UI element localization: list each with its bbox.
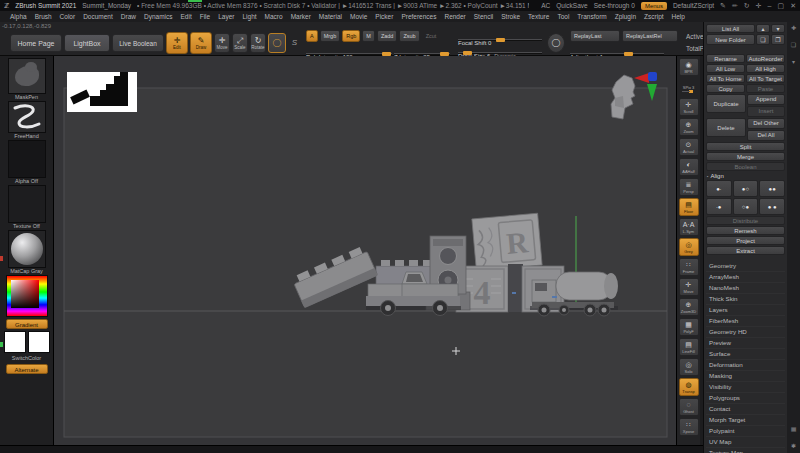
right-shelf-button[interactable]: ∷ Frame xyxy=(679,258,699,276)
tool-section-item[interactable]: UV Map xyxy=(706,437,785,448)
menu-item[interactable]: Zplugin xyxy=(615,13,636,20)
insert-button[interactable]: Insert xyxy=(747,106,785,117)
live-boolean-button[interactable]: Live Boolean xyxy=(112,34,164,52)
menu-item[interactable]: Movie xyxy=(350,13,367,20)
tool-section-item[interactable]: Polygroups xyxy=(706,393,785,404)
mrgb-button[interactable]: Mrgb xyxy=(320,30,341,42)
right-shelf-button[interactable]: ⊕ Zoom xyxy=(679,118,699,136)
minimize-icon[interactable]: ‒ xyxy=(768,2,772,9)
zcut-button[interactable]: Zcut xyxy=(422,30,441,42)
subtool-down-button[interactable]: ▾ xyxy=(771,24,785,33)
tool-section-item[interactable]: ArrayMesh xyxy=(706,272,785,283)
right-shelf-button[interactable]: SPix 3 xyxy=(679,78,699,96)
append-button[interactable]: Append xyxy=(747,94,785,105)
right-shelf-button[interactable]: ⊕ Zoom3D xyxy=(679,298,699,316)
del-all-button[interactable]: Del All xyxy=(747,130,785,141)
tool-section-item[interactable]: Masking xyxy=(706,371,785,382)
viewport-canvas[interactable]: R 4 2 xyxy=(54,56,676,445)
edit-button[interactable]: ✛ Edit xyxy=(166,32,188,54)
palette-icon[interactable]: ❏ xyxy=(791,41,796,48)
tool-section-item[interactable]: Geometry xyxy=(706,261,785,272)
folder-arrow-icon[interactable]: ❐ xyxy=(771,34,785,45)
all-to-home-button[interactable]: All To Home xyxy=(706,74,745,83)
menu-item[interactable]: Document xyxy=(83,13,113,20)
slider-handle[interactable] xyxy=(463,51,472,55)
right-shelf-button[interactable]: ✛ Scroll xyxy=(679,98,699,116)
del-other-button[interactable]: Del Other xyxy=(747,118,785,129)
right-shelf-button[interactable]: ◍ Transp xyxy=(679,378,699,396)
right-shelf-button[interactable]: ∷ Xpose xyxy=(679,418,699,436)
align-button[interactable]: ●● xyxy=(759,180,785,197)
tool-section-item[interactable]: Geometry HD xyxy=(706,327,785,338)
right-shelf-button[interactable]: ▤ LineFill xyxy=(679,338,699,356)
quicksave-button[interactable]: QuickSave xyxy=(556,2,587,9)
maximize-icon[interactable]: ▢ xyxy=(778,2,785,10)
right-shelf-button[interactable]: ◐ AAHalf xyxy=(679,158,699,176)
all-high-button[interactable]: All High xyxy=(746,64,785,73)
new-folder-button[interactable]: New Folder xyxy=(706,34,755,45)
list-all-button[interactable]: List All xyxy=(706,24,755,33)
tool-section-item[interactable]: Layers xyxy=(706,305,785,316)
menu-item[interactable]: Color xyxy=(60,13,76,20)
extract-button[interactable]: Extract xyxy=(706,246,785,255)
pan-view-icon[interactable]: ✛ xyxy=(756,2,762,10)
see-through-slider[interactable]: See-through 0 xyxy=(594,2,635,9)
right-shelf-button[interactable]: ✛ Move xyxy=(679,278,699,296)
tool-section-item[interactable]: NanoMesh xyxy=(706,283,785,294)
palette-icon[interactable]: ✱ xyxy=(791,442,796,449)
slider-handle[interactable] xyxy=(496,38,505,42)
menu-item[interactable]: File xyxy=(200,13,210,20)
align-button[interactable]: ○● xyxy=(733,198,759,215)
menu-item[interactable]: Texture xyxy=(528,13,549,20)
align-button[interactable]: ●○ xyxy=(733,180,759,197)
tool-section-item[interactable]: Visibility xyxy=(706,382,785,393)
draw-size-preview-button[interactable]: ◯ xyxy=(547,33,565,53)
secondary-color-swatch[interactable] xyxy=(28,331,50,353)
right-shelf-button[interactable]: ◉ BPR xyxy=(679,58,699,76)
menu-item[interactable]: Material xyxy=(319,13,342,20)
right-shelf-button[interactable]: ◎ Solo xyxy=(679,358,699,376)
menu-item[interactable]: Zscript xyxy=(644,13,664,20)
menu-item[interactable]: Alpha xyxy=(10,13,27,20)
zsub-button[interactable]: Zsub xyxy=(399,30,419,42)
autoreorder-button[interactable]: AutoReorder xyxy=(746,54,785,63)
m-button[interactable]: M xyxy=(362,30,375,42)
main-color-swatch[interactable] xyxy=(4,331,26,353)
close-icon[interactable]: ✕ xyxy=(790,2,796,10)
texture-thumbnail[interactable] xyxy=(8,185,46,223)
rgb-button[interactable]: Rgb xyxy=(342,30,360,42)
rename-button[interactable]: Rename xyxy=(706,54,745,63)
duplicate-button[interactable]: Duplicate xyxy=(706,94,746,113)
right-shelf-button[interactable]: ≣ Persp xyxy=(679,178,699,196)
replay-last-rel-button[interactable]: ReplayLastRel xyxy=(622,30,678,42)
menu-item[interactable]: Preferences xyxy=(401,13,436,20)
home-page-button[interactable]: Home Page xyxy=(10,34,62,52)
material-thumbnail[interactable] xyxy=(8,230,46,268)
menu-item[interactable]: Dynamics xyxy=(144,13,173,20)
add-palette-icon[interactable]: ✚ xyxy=(791,24,796,31)
right-shelf-button[interactable]: ◌ Ghost xyxy=(679,398,699,416)
align-section-header[interactable]: Align xyxy=(707,173,785,179)
split-button[interactable]: Split xyxy=(706,142,785,151)
rgb-intensity-slider[interactable]: Rgb Intensity 100 xyxy=(306,45,392,55)
menu-item[interactable]: Marker xyxy=(291,13,311,20)
right-shelf-button[interactable]: ▦ PolyF xyxy=(679,318,699,336)
subtool-up-button[interactable]: ▴ xyxy=(756,24,770,33)
right-shelf-button[interactable]: ⊙ Actual xyxy=(679,138,699,156)
tool-section-item[interactable]: Deformation xyxy=(706,360,785,371)
menu-item[interactable]: Light xyxy=(242,13,256,20)
lightbox-button[interactable]: LightBox xyxy=(64,34,110,52)
project-button[interactable]: Project xyxy=(706,236,785,245)
gradient-button[interactable]: Gradient xyxy=(6,319,48,329)
align-button[interactable]: ●∙ xyxy=(706,180,732,197)
saturation-value-square[interactable] xyxy=(11,280,39,308)
scale-button[interactable]: ⤢ Scale xyxy=(232,33,248,53)
menu-item[interactable]: Transform xyxy=(577,13,606,20)
sculptris-pro-button[interactable]: ◯ xyxy=(268,33,286,53)
right-shelf-button[interactable]: ▤ Floor xyxy=(679,198,699,216)
distribute-button[interactable]: Distribute xyxy=(706,216,785,225)
tool-section-item[interactable]: Morph Target xyxy=(706,415,785,426)
remesh-button[interactable]: Remesh xyxy=(706,226,785,235)
menu-item[interactable]: Stencil xyxy=(474,13,494,20)
tool-section-item[interactable]: Surface xyxy=(706,349,785,360)
